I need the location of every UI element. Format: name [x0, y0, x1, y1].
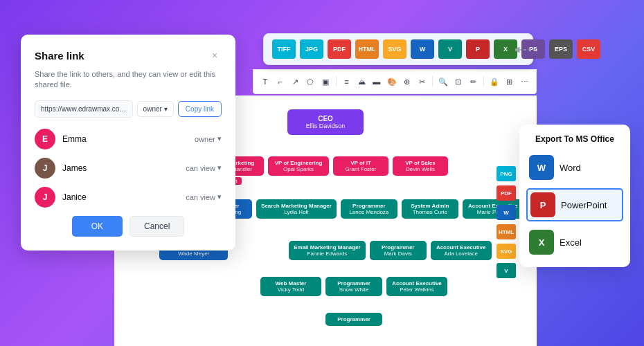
- export-excel-item[interactable]: X Excel: [526, 227, 623, 257]
- search-mkt-node[interactable]: Search Marketing Manager Lydia Holt: [256, 199, 337, 219]
- modal-header: Share link ×: [35, 48, 222, 62]
- container-tool[interactable]: ▣: [319, 74, 332, 89]
- format-html[interactable]: HTML: [355, 39, 379, 59]
- user-row-janice: J Janice can view ▾: [35, 187, 222, 208]
- vp-it-role: VP of IT: [338, 160, 384, 166]
- copy-link-button[interactable]: Copy link: [178, 101, 222, 117]
- email-mkt-role: Email Marketing Manager: [294, 244, 360, 251]
- programmer1-node[interactable]: Programmer Lance Mendoza: [341, 199, 397, 219]
- format-word[interactable]: W: [411, 39, 434, 59]
- sysadmin-node[interactable]: System Admin Thomas Curie: [402, 199, 458, 219]
- vp-it-node[interactable]: VP of IT Grant Foster: [333, 156, 388, 176]
- users-list: E Emma owner ▾ J James can view ▾ J Jani…: [35, 129, 222, 208]
- format-csv[interactable]: CSV: [577, 39, 600, 59]
- user-row-james: J James can view ▾: [35, 158, 222, 179]
- programmer2-node[interactable]: Programmer Mark Davis: [370, 241, 427, 260]
- side-html-icon[interactable]: HTML: [497, 224, 516, 239]
- share-link-modal: Share link × Share the link to others, a…: [21, 35, 235, 251]
- email-mkt-name: Fannie Edwards: [294, 251, 360, 257]
- vp-it-name: Grant Foster: [338, 166, 384, 172]
- side-pdf-icon[interactable]: PDF: [497, 185, 516, 201]
- programmer3-node[interactable]: Programmer Snow White: [325, 277, 382, 296]
- fill-color[interactable]: 🎨: [386, 74, 398, 89]
- align-left[interactable]: ≡: [340, 74, 352, 89]
- lock-tool[interactable]: 🔒: [488, 74, 501, 89]
- export-word-item[interactable]: W Word: [526, 152, 623, 183]
- format-bar: TIFF JPG PDF HTML SVG W V P X PS EPS CSV: [263, 33, 533, 65]
- format-jpg[interactable]: JPG: [300, 39, 323, 59]
- programmer1-role: Programmer: [346, 203, 393, 209]
- cancel-button[interactable]: Cancel: [129, 216, 184, 237]
- text-tool[interactable]: T: [259, 74, 271, 89]
- separator: [336, 76, 337, 87]
- chevron-down-icon: ▾: [217, 134, 222, 143]
- side-svg-icon[interactable]: SVG: [497, 244, 516, 259]
- ceo-name: Ellis Davidson: [300, 122, 351, 129]
- format-svg[interactable]: SVG: [383, 39, 406, 59]
- modal-title: Share link: [35, 50, 84, 62]
- web-master-role: Web Master: [265, 280, 316, 286]
- programmer3-role: Programmer: [330, 280, 377, 286]
- line-tool[interactable]: ⌐: [274, 74, 287, 89]
- shape-tool[interactable]: ⬠: [304, 74, 316, 89]
- arrow-indicator: [515, 43, 540, 60]
- powerpoint-icon: P: [530, 192, 555, 217]
- user-permission-janice[interactable]: can view ▾: [186, 192, 222, 201]
- programmer4-role: Programmer: [330, 316, 377, 322]
- programmer1-name: Lance Mendoza: [346, 209, 393, 215]
- search-mkt-name: Lydia Holt: [261, 209, 332, 215]
- mountain-icon[interactable]: ⛰: [355, 74, 368, 89]
- more-tool[interactable]: ✂: [415, 74, 428, 89]
- vp-engineering-role: VP of Engineering: [273, 160, 324, 166]
- rect-tool[interactable]: ▬: [370, 74, 383, 89]
- side-vsdx-icon[interactable]: V: [497, 263, 516, 278]
- acct-exec2-node[interactable]: Account Executive Ada Lovelace: [431, 241, 492, 260]
- arrow-tool[interactable]: ↗: [289, 74, 301, 89]
- format-tiff[interactable]: TIFF: [272, 39, 296, 59]
- close-icon[interactable]: ×: [208, 48, 222, 62]
- chevron-down-icon: ▾: [164, 105, 168, 113]
- word-label: Word: [560, 163, 581, 173]
- zoom-in[interactable]: ⊡: [451, 74, 464, 89]
- web-master-name: Vicky Todd: [265, 286, 316, 293]
- acct-exec3-node[interactable]: Account Executive Peter Watkins: [386, 277, 447, 296]
- ceo-node[interactable]: CEO Ellis Davidson: [287, 109, 364, 135]
- powerpoint-label: PowerPoint: [561, 200, 607, 210]
- separator3: [483, 76, 484, 87]
- format-eps[interactable]: EPS: [549, 39, 573, 59]
- email-mkt-node[interactable]: Email Marketing Manager Fannie Edwards: [289, 241, 365, 260]
- web-master-node[interactable]: Web Master Vicky Todd: [260, 277, 321, 296]
- side-png-icon[interactable]: PNG: [497, 166, 516, 181]
- ok-button[interactable]: OK: [72, 216, 123, 237]
- vp-engineering-node[interactable]: VP of Engineering Opal Sparks: [268, 156, 329, 176]
- sysadmin-role: System Admin: [406, 203, 454, 209]
- user-permission-james[interactable]: can view ▾: [186, 163, 222, 172]
- user-name-janice: Janice: [62, 192, 186, 202]
- zoom-out[interactable]: 🔍: [437, 74, 449, 89]
- connect-tool[interactable]: ⊕: [400, 74, 413, 89]
- programmer4-node[interactable]: Programmer: [325, 313, 382, 326]
- sysadmin-name: Thomas Curie: [406, 209, 454, 215]
- excel-label: Excel: [560, 237, 582, 248]
- link-permission-dropdown[interactable]: owner ▾: [137, 101, 174, 117]
- more-options[interactable]: ⋯: [518, 74, 530, 89]
- export-powerpoint-item[interactable]: P PowerPoint: [526, 188, 623, 221]
- export-items-list: W Word P PowerPoint X Excel: [526, 152, 623, 257]
- format-xlsx[interactable]: X: [494, 39, 517, 59]
- avatar-janice: J: [35, 187, 55, 208]
- user-permission-emma[interactable]: owner ▾: [195, 134, 222, 143]
- avatar-james: J: [35, 158, 55, 179]
- word-icon: W: [529, 155, 554, 180]
- grid-tool[interactable]: ⊞: [503, 74, 515, 89]
- format-ppt[interactable]: P: [466, 39, 490, 59]
- user-row-emma: E Emma owner ▾: [35, 129, 222, 149]
- side-word-icon[interactable]: W: [497, 205, 516, 220]
- format-vsdx[interactable]: V: [438, 39, 462, 59]
- programmer2-name: Mark Davis: [375, 251, 422, 257]
- avatar-emma: E: [35, 129, 55, 149]
- vp-sales-node[interactable]: VP of Sales Devin Wells: [393, 156, 448, 176]
- format-pdf[interactable]: PDF: [328, 39, 351, 59]
- pen-tool[interactable]: ✏: [467, 74, 479, 89]
- vp-engineering-name: Opal Sparks: [273, 166, 324, 172]
- vp-sales-role: VP of Sales: [397, 160, 443, 166]
